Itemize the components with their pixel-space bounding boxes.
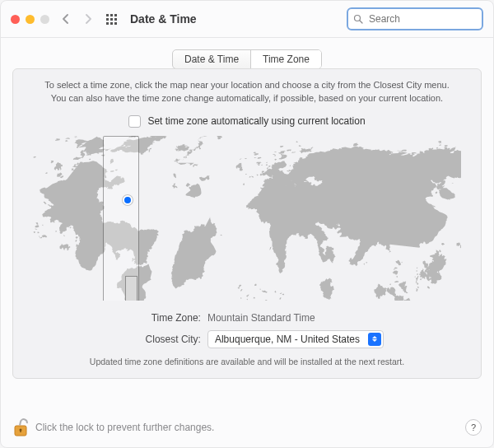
- lock-text: Click the lock to prevent further change…: [35, 422, 214, 433]
- show-all-button[interactable]: [104, 12, 119, 26]
- grid-icon: [106, 14, 117, 25]
- minimize-window-button[interactable]: [26, 15, 35, 24]
- lock-button[interactable]: [12, 418, 29, 437]
- world-map[interactable]: [33, 136, 461, 301]
- help-line-2: You can also have the time zone change a…: [51, 93, 443, 103]
- auto-timezone-row[interactable]: Set time zone automatically using curren…: [128, 115, 365, 128]
- toolbar: Date & Time: [1, 1, 493, 38]
- tz-value: Mountain Standard Time: [207, 312, 384, 324]
- tab-group: Date & Time Time Zone: [172, 49, 322, 69]
- svg-rect-4: [20, 430, 21, 432]
- footer: Click the lock to prevent further change…: [1, 408, 493, 447]
- tz-label: Time Zone:: [110, 312, 201, 324]
- city-label: Closest City:: [110, 334, 201, 345]
- tab-time-zone[interactable]: Time Zone: [250, 50, 321, 68]
- forward-button: [81, 12, 96, 26]
- window-controls: [11, 15, 49, 24]
- help-line-1: To select a time zone, click the map nea…: [44, 80, 450, 90]
- chevron-right-icon: [85, 14, 92, 24]
- closest-city-select[interactable]: Albuquerque, NM - United States: [207, 330, 384, 348]
- world-map-svg: [33, 136, 461, 301]
- help-text: To select a time zone, click the map nea…: [44, 79, 450, 105]
- update-note: Updated time zone definitions are availa…: [90, 357, 404, 366]
- content-panel: Date & Time Time Zone To select a time z…: [1, 38, 493, 408]
- zoom-window-button: [40, 15, 49, 24]
- time-zone-box: To select a time zone, click the map nea…: [12, 68, 482, 379]
- preferences-window: Date & Time Date & Time Time Zone To sel…: [0, 0, 494, 448]
- search-icon: [353, 14, 363, 24]
- auto-timezone-checkbox[interactable]: [128, 115, 141, 128]
- chevron-updown-icon: [368, 333, 381, 346]
- pane-title: Date & Time: [130, 12, 197, 26]
- back-button[interactable]: [58, 12, 72, 26]
- tab-date-time[interactable]: Date & Time: [173, 50, 250, 68]
- location-pin: [123, 195, 133, 205]
- svg-point-0: [355, 16, 361, 21]
- closest-city-value: Albuquerque, NM - United States: [208, 334, 366, 345]
- close-window-button[interactable]: [11, 15, 20, 24]
- auto-timezone-label: Set time zone automatically using curren…: [147, 115, 365, 127]
- search-field[interactable]: [347, 7, 483, 30]
- search-input[interactable]: [367, 12, 494, 26]
- tz-fields: Time Zone: Mountain Standard Time Closes…: [110, 312, 384, 348]
- chevron-left-icon: [62, 14, 69, 24]
- help-button[interactable]: ?: [465, 419, 482, 436]
- svg-line-1: [360, 21, 362, 23]
- lock-open-icon: [12, 418, 29, 437]
